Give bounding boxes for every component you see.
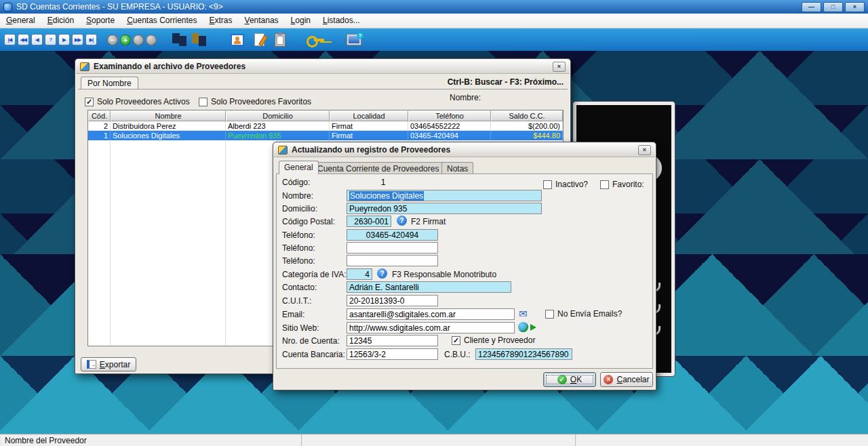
statusbar-panel-3 bbox=[576, 434, 868, 446]
sitio-web-input[interactable]: http://www.sdigitales.com.ar bbox=[347, 322, 515, 333]
cuit-input[interactable]: 20-20181393-0 bbox=[347, 295, 438, 306]
statusbar-panel-2 bbox=[302, 434, 576, 446]
tab-por-nombre[interactable]: Por Nombre bbox=[81, 77, 138, 89]
checkbox-unchecked-icon bbox=[545, 310, 554, 319]
export-button[interactable]: → Exportar bbox=[81, 357, 136, 371]
edit-record-button[interactable] bbox=[133, 35, 144, 45]
filter-active-checkbox[interactable]: ✓ Solo Proveedores Activos bbox=[85, 97, 190, 106]
provider-edit-titlebar[interactable]: Actualizando un registro de Proveedores … bbox=[274, 143, 655, 157]
menu-cuentas-corrientes[interactable]: Cuentas Corrientes bbox=[121, 14, 203, 28]
postal-hint: F2 Firmat bbox=[411, 217, 446, 226]
cbu-label: C.B.U.: bbox=[444, 350, 471, 359]
codigo-label: Código: bbox=[282, 178, 310, 187]
tab-notas[interactable]: Notas bbox=[441, 162, 473, 174]
col-localidad[interactable]: Localidad bbox=[330, 110, 408, 121]
nav-last-button[interactable]: ▶| bbox=[85, 34, 97, 45]
email-label: Email: bbox=[282, 310, 304, 319]
codigo-postal-label: Código Postal: bbox=[282, 217, 335, 226]
menu-general[interactable]: General bbox=[0, 14, 41, 28]
maximize-button[interactable]: □ bbox=[823, 2, 843, 12]
clipboard-icon[interactable] bbox=[275, 33, 285, 47]
nro-cuenta-input[interactable]: 12345 bbox=[347, 335, 438, 346]
postal-help-icon[interactable]: ? bbox=[397, 216, 407, 226]
menu-login[interactable]: Login bbox=[285, 14, 317, 28]
menu-edicion[interactable]: Edición bbox=[41, 14, 80, 28]
cbu-input[interactable]: 12345678901234567890 bbox=[475, 348, 572, 360]
provider-edit-close-button[interactable]: × bbox=[638, 145, 651, 155]
codigo-postal-input[interactable]: 2630-001 bbox=[347, 216, 391, 227]
clients-icon[interactable] bbox=[172, 33, 190, 47]
send-email-icon[interactable]: ✉ bbox=[519, 308, 528, 319]
tab-cuenta-corriente[interactable]: Cuenta Corriente de Proveedores bbox=[312, 162, 444, 174]
col-domicilio[interactable]: Domicilio bbox=[226, 110, 330, 121]
telefono3-label: Teléfono: bbox=[282, 256, 315, 266]
menubar: General Edición Soporte Cuentas Corrient… bbox=[0, 14, 868, 28]
nav-next-button[interactable]: ▶ bbox=[58, 34, 70, 45]
no-emails-checkbox[interactable]: No Envía Emails? bbox=[545, 309, 622, 319]
photo-card-icon[interactable] bbox=[231, 34, 244, 46]
ok-button[interactable]: ✓ OK bbox=[543, 372, 596, 387]
toolbar: |◀ ◀◀ ◀ ? ▶ ▶▶ ▶| − + ? bbox=[0, 28, 868, 51]
menu-listados[interactable]: Listados... bbox=[317, 14, 366, 28]
checkbox-unchecked-icon bbox=[199, 98, 208, 106]
delete-record-button[interactable]: − bbox=[107, 35, 118, 45]
iva-help-icon[interactable]: ? bbox=[377, 268, 387, 279]
menu-extras[interactable]: Extras bbox=[203, 14, 239, 28]
col-nombre[interactable]: Nombre bbox=[111, 110, 226, 121]
edit-document-icon[interactable] bbox=[254, 33, 264, 46]
iva-input[interactable]: 4 bbox=[347, 268, 372, 280]
nav-fast-forward-button[interactable]: ▶▶ bbox=[72, 34, 83, 45]
menu-soporte[interactable]: Soporte bbox=[80, 14, 121, 28]
cancel-button[interactable]: × Cancelar bbox=[600, 372, 653, 387]
telefono1-input[interactable]: 03465-420494 bbox=[347, 229, 438, 241]
checkbox-unchecked-icon bbox=[600, 180, 609, 189]
inactivo-checkbox[interactable]: Inactivo? bbox=[543, 180, 588, 189]
providers-browser-titlebar[interactable]: Examinando el archivo de Proveedores × bbox=[76, 60, 570, 74]
screen: SD Cuentas Corrientes - SU EMPRESA - USU… bbox=[0, 0, 868, 446]
providers-browser-title: Examinando el archivo de Proveedores bbox=[94, 62, 245, 71]
menu-ventanas[interactable]: Ventanas bbox=[239, 14, 285, 28]
filter-favorites-checkbox[interactable]: Solo Proveedores Favoritos bbox=[199, 97, 311, 106]
nav-fast-rewind-button[interactable]: ◀◀ bbox=[18, 34, 29, 45]
tab-divider bbox=[78, 89, 568, 89]
close-button[interactable]: × bbox=[845, 2, 865, 12]
checkbox-unchecked-icon bbox=[543, 180, 552, 189]
providers-browser-close-button[interactable]: × bbox=[553, 62, 566, 72]
domicilio-input[interactable]: Pueyrredon 935 bbox=[347, 203, 542, 214]
checkbox-checked-icon: ✓ bbox=[85, 98, 94, 106]
col-cod[interactable]: Cód. bbox=[88, 110, 111, 121]
post-record-button[interactable] bbox=[146, 35, 157, 45]
providers-icon[interactable] bbox=[192, 33, 210, 47]
globe-icon[interactable] bbox=[518, 322, 528, 332]
login-key-icon[interactable] bbox=[307, 35, 326, 45]
statusbar: Nombre del Proveedor bbox=[0, 434, 868, 446]
nav-find-button[interactable]: ? bbox=[45, 34, 56, 45]
app-titlebar[interactable]: SD Cuentas Corrientes - SU EMPRESA - USU… bbox=[0, 0, 868, 14]
nombre-label: Nombre: bbox=[282, 191, 313, 201]
nav-prev-button[interactable]: ◀ bbox=[31, 34, 43, 45]
nombre-input[interactable]: Soluciones Digitales bbox=[347, 190, 542, 201]
window-icon bbox=[278, 146, 288, 155]
table-row[interactable]: 2 Distribuidora Perez Alberdi 223 Firmat… bbox=[88, 121, 563, 131]
cuenta-bancaria-input[interactable]: 12563/3-2 bbox=[347, 348, 438, 360]
contacto-label: Contacto: bbox=[282, 283, 317, 292]
contacto-input[interactable]: Adrián E. Santarelli bbox=[347, 281, 511, 293]
go-website-arrow-icon[interactable] bbox=[530, 324, 536, 331]
cliente-proveedor-checkbox[interactable]: ✓ Cliente y Proveedor bbox=[452, 336, 535, 345]
minimize-button[interactable]: — bbox=[802, 2, 821, 12]
col-saldo[interactable]: Saldo C.C. bbox=[491, 110, 563, 121]
add-record-button[interactable]: + bbox=[120, 35, 131, 45]
favorito-checkbox[interactable]: Favorito: bbox=[600, 180, 644, 189]
statusbar-text: Nombre del Proveedor bbox=[0, 434, 302, 446]
ok-check-icon: ✓ bbox=[557, 375, 567, 384]
telefono3-input[interactable] bbox=[347, 255, 438, 266]
app-title: SD Cuentas Corrientes - SU EMPRESA - USU… bbox=[16, 2, 223, 12]
email-input[interactable]: asantarelli@sdigitales.com.ar bbox=[347, 308, 515, 320]
telefono2-input[interactable] bbox=[347, 242, 438, 254]
support-computer-icon[interactable]: ? bbox=[347, 34, 361, 45]
window-icon bbox=[80, 62, 90, 71]
tab-general[interactable]: General bbox=[279, 161, 319, 174]
table-row-selected[interactable]: 1 Soluciones Digitales Pueyrredon 935 Fi… bbox=[88, 131, 563, 140]
nav-first-button[interactable]: |◀ bbox=[4, 34, 16, 45]
col-telefono[interactable]: Teléfono bbox=[408, 110, 491, 121]
